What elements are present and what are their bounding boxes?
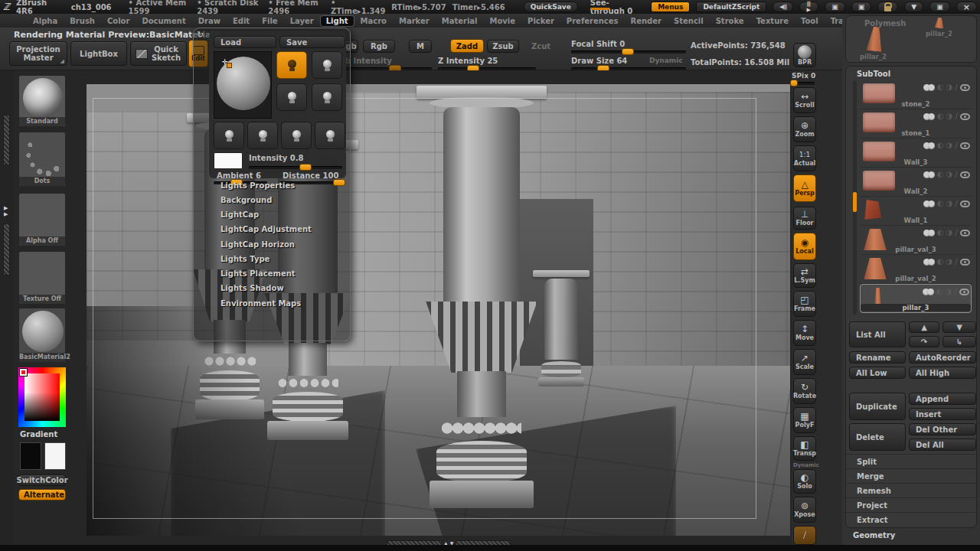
half2-icon[interactable]: ◑: [946, 229, 953, 236]
right-toolbar-frame-button[interactable]: ◰Frame: [793, 291, 816, 317]
light-6-button[interactable]: [247, 122, 278, 149]
section-project[interactable]: Project: [846, 497, 976, 512]
half1-icon[interactable]: ◐: [937, 171, 944, 178]
save-button[interactable]: Save: [279, 36, 345, 48]
right-toolbar-polyf-button[interactable]: ▦PolyF: [793, 407, 816, 433]
half2-icon[interactable]: ◑: [946, 171, 953, 178]
minimize-icon[interactable]: ▼: [904, 2, 923, 12]
brush-slash-icon[interactable]: ∕: [954, 288, 957, 295]
half1-icon[interactable]: ◐: [937, 112, 944, 120]
menu-tool[interactable]: Tool: [795, 16, 824, 26]
all-low-button[interactable]: All Low: [849, 367, 906, 379]
redo-right-button[interactable]: ↷: [909, 336, 939, 347]
right-toolbar-actual-button[interactable]: 1:1Actual: [793, 145, 816, 171]
half2-icon[interactable]: ◑: [946, 112, 953, 120]
polypaint-toggle-icon[interactable]: [926, 259, 935, 266]
right-toolbar-persp-button[interactable]: △Persp: [793, 174, 816, 202]
focal-shift-slider[interactable]: [571, 51, 686, 54]
stroke-thumbnail[interactable]: Dots: [18, 132, 66, 187]
menu-movie[interactable]: Movie: [485, 16, 521, 26]
polypaint-toggle-icon[interactable]: [926, 142, 935, 149]
m-button[interactable]: M: [409, 40, 432, 53]
section-remesh[interactable]: Remesh: [846, 483, 976, 497]
color-picker-cursor[interactable]: [20, 369, 27, 376]
menu-background[interactable]: Background: [220, 196, 272, 204]
menu-lights-shadow[interactable]: Lights Shadow: [220, 284, 284, 292]
active-tool-thumbnail[interactable]: [866, 26, 884, 52]
alternate-button[interactable]: Alternate: [18, 489, 66, 500]
eye-icon[interactable]: [960, 84, 970, 91]
light-2-button[interactable]: [312, 51, 342, 79]
brush-slash-icon[interactable]: ∕: [955, 171, 958, 178]
light-5-button[interactable]: [214, 122, 244, 149]
subtool-scrollbar-thumb[interactable]: [853, 192, 857, 212]
menu-color[interactable]: Color: [102, 16, 135, 26]
auto-reorder-button[interactable]: AutoReorder: [909, 351, 976, 364]
menu-edit[interactable]: Edit: [227, 16, 255, 26]
brush-slash-icon[interactable]: ∕: [955, 258, 958, 266]
spix-slider[interactable]: [792, 82, 815, 85]
menu-render[interactable]: Render: [626, 16, 667, 26]
rename-button[interactable]: Rename: [849, 351, 906, 364]
nav-left-icon[interactable]: ◀|||: [773, 2, 793, 12]
all-high-button[interactable]: All High: [909, 367, 976, 379]
insert-button[interactable]: Insert: [909, 408, 976, 420]
half1-icon[interactable]: ◐: [937, 200, 944, 207]
menu-material[interactable]: Material: [436, 16, 483, 26]
right-toolbar-transp-button[interactable]: ◧Transp: [793, 436, 816, 461]
eye-icon[interactable]: [960, 230, 970, 236]
color-picker[interactable]: [18, 367, 66, 427]
menu-lightcap[interactable]: LightCap: [220, 210, 259, 219]
half2-icon[interactable]: ◑: [946, 83, 953, 91]
polypaint-toggle-icon[interactable]: [926, 171, 935, 178]
menu-lights-properties[interactable]: Lights Properties: [220, 181, 295, 190]
lock-icon[interactable]: [877, 2, 898, 12]
polypaint-toggle-icon[interactable]: [926, 84, 935, 91]
half1-icon[interactable]: ◐: [937, 83, 944, 91]
default-zscript-button[interactable]: DefaultZScript: [696, 2, 766, 12]
right-toolbar-floor-button[interactable]: ⊥Floor: [793, 207, 816, 230]
brush-slash-icon[interactable]: ∕: [955, 142, 958, 149]
menu-stroke[interactable]: Stroke: [710, 16, 750, 26]
subtool-row[interactable]: ◐◑∕ Wall_3: [860, 139, 972, 168]
light-7-button[interactable]: [281, 122, 312, 149]
geometry-section-label[interactable]: Geometry: [853, 531, 895, 540]
right-toolbar-lsym-button[interactable]: ⇄L.Sym: [793, 263, 816, 288]
menu-texture[interactable]: Texture: [751, 16, 794, 26]
right-toolbar-move-button[interactable]: ↕Move: [793, 320, 816, 346]
section-split[interactable]: Split: [846, 454, 976, 468]
right-toolbar-xpose-button[interactable]: ⊚Xpose: [793, 497, 816, 523]
right-toolbar-local-button[interactable]: ◉Local: [793, 233, 816, 260]
eye-icon[interactable]: [960, 171, 970, 178]
append-button[interactable]: Append: [909, 393, 976, 405]
zadd-button[interactable]: Zadd: [450, 39, 484, 53]
restore-icon[interactable]: ▣: [929, 2, 950, 12]
menu-light[interactable]: Light: [321, 16, 354, 26]
brush-thumbnail[interactable]: Standard: [18, 75, 66, 127]
polypaint-toggle-icon[interactable]: [925, 289, 934, 295]
brush-slash-icon[interactable]: ∕: [955, 112, 958, 120]
right-toolbar-scale-button[interactable]: ↗Scale: [793, 349, 816, 375]
menus-button[interactable]: Menus: [651, 2, 690, 12]
nav-right-icon[interactable]: |||▶: [799, 2, 818, 12]
canvas[interactable]: ▲ ▼: [14, 70, 792, 545]
eye-icon[interactable]: [960, 113, 970, 120]
section-merge[interactable]: Merge: [846, 468, 976, 483]
menu-lightcap-adjustment[interactable]: LightCap Adjustment: [220, 225, 312, 233]
polypaint-toggle-icon[interactable]: [926, 113, 935, 120]
menu-preferences[interactable]: Preferences: [561, 16, 624, 26]
projection-master-button[interactable]: Projection Master ◢: [9, 41, 67, 66]
menu-file[interactable]: File: [256, 16, 283, 26]
menu-macro[interactable]: Macro: [355, 16, 392, 26]
right-toolbar-solo-button[interactable]: ◐Solo: [793, 469, 816, 494]
subtool-row[interactable]: ◐◑∕ stone_2: [860, 80, 972, 109]
quicksave-button[interactable]: QuickSave: [524, 2, 578, 12]
eye-icon[interactable]: [960, 259, 970, 266]
move-down-button[interactable]: ▼: [942, 321, 976, 333]
brush-slash-icon[interactable]: ∕: [955, 83, 958, 91]
subtool-row[interactable]: ◐◑∕ pillar_val_2: [860, 255, 972, 284]
menu-brush[interactable]: Brush: [64, 16, 100, 26]
rgb-button[interactable]: Rgb: [363, 40, 395, 53]
window-next-icon[interactable]: ▣: [851, 2, 872, 12]
right-toolbar-zoom-button[interactable]: ⊕Zoom: [793, 116, 816, 142]
